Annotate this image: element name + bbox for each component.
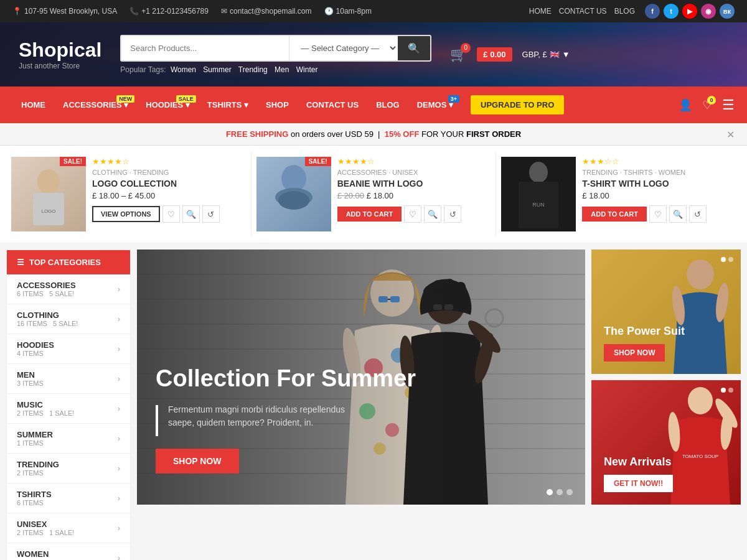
right-banner-2-dots [721, 388, 733, 393]
email: ✉ contact@shopemail.com [221, 7, 312, 16]
sidebar: ☰ TOP CATEGORIES ACCESSORIES 6 ITEMS 5 S… [6, 250, 131, 560]
tag-summer[interactable]: Summer [203, 65, 231, 74]
cat-trending[interactable]: TRENDING 2 ITEMS › [7, 454, 130, 483]
banner-dot-2[interactable] [557, 489, 563, 495]
user-icon[interactable]: 👤 [679, 98, 692, 112]
cat-tshirts[interactable]: TSHIRTS 6 ITEMS › [7, 483, 130, 513]
compare-button-1[interactable]: ↺ [202, 205, 220, 223]
rdot-1[interactable] [721, 257, 726, 262]
product-image-3: RUN [501, 157, 576, 231]
banner-dot-1[interactable] [547, 489, 553, 495]
compare-button-2[interactable]: ↺ [444, 205, 461, 223]
facebook-icon[interactable]: f [645, 4, 660, 19]
product-actions-1: VIEW OPTIONS ♡ 🔍 ↺ [92, 205, 246, 223]
cat-accessories[interactable]: ACCESSORIES 6 ITEMS 5 SALE! › [7, 274, 130, 304]
banner-dot-3[interactable] [566, 489, 573, 495]
cat-arrow-icon: › [118, 494, 120, 503]
rdot-3[interactable] [721, 388, 726, 393]
twitter-icon[interactable]: t [664, 4, 679, 19]
wishlist-button-3[interactable]: ♡ [649, 205, 667, 223]
right-banners: The Power Suit SHOP NOW TOMATO SOUP [591, 250, 741, 560]
new-arrivals-button[interactable]: GET IT NOW!! [604, 475, 673, 492]
categories-box: ☰ TOP CATEGORIES ACCESSORIES 6 ITEMS 5 S… [6, 250, 131, 560]
top-bar-right: HOME CONTACT US BLOG f t ▶ ◉ вк [529, 4, 735, 19]
search-input[interactable] [121, 36, 289, 60]
clock-icon: 🕐 [324, 7, 334, 16]
cat-arrow-icon: › [118, 554, 120, 561]
hamburger-icon[interactable]: ☰ [722, 97, 735, 113]
location-icon: 📍 [12, 7, 22, 16]
nav-home[interactable]: HOME [12, 91, 54, 118]
add-to-cart-button-3[interactable]: ADD TO CART [582, 207, 647, 222]
view-options-button-1[interactable]: VIEW OPTIONS [92, 206, 160, 222]
nav-upgrade[interactable]: UPGRADE TO PRO [462, 86, 573, 123]
cat-clothing[interactable]: CLOTHING 16 ITEMS 5 SALE! › [7, 304, 130, 334]
right-banner-new-arrivals: TOMATO SOUP New Arrivals GET IT NOW!! [591, 380, 741, 505]
nav-blog[interactable]: BLOG [367, 91, 408, 118]
quickview-button-1[interactable]: 🔍 [182, 205, 200, 223]
quickview-button-3[interactable]: 🔍 [669, 205, 687, 223]
cat-unisex[interactable]: UNISEX 2 ITEMS 1 SALE! › [7, 513, 130, 543]
product-card-1: SALE! LOGO ★★★★☆ CLOTHING · TRENDING LOG… [6, 152, 251, 236]
tag-trending[interactable]: Trending [238, 65, 268, 74]
sale-badge-2: SALE! [305, 157, 331, 166]
product-name-1: LOGO COLLECTION [92, 179, 246, 189]
hoodies-badge: SALE [176, 95, 196, 103]
list-icon: ☰ [17, 258, 24, 267]
youtube-icon[interactable]: ▶ [682, 4, 697, 19]
chevron-down-icon: ▼ [562, 50, 570, 59]
svg-text:RUN: RUN [533, 202, 545, 208]
banner-shop-now-button[interactable]: SHOP NOW [156, 449, 239, 474]
popular-tags: Popular Tags: Women Summer Trending Men … [120, 65, 431, 74]
product-cats-1: CLOTHING · TRENDING [92, 169, 246, 176]
top-nav: HOME CONTACT US BLOG [529, 7, 635, 16]
tag-men[interactable]: Men [275, 65, 289, 74]
product-image-1: SALE! LOGO [11, 157, 86, 231]
nav-accessories[interactable]: ACCESSORIES ▾ NEW [54, 91, 137, 118]
nav-demos[interactable]: DEMOS ▾ 3+ [408, 91, 462, 118]
top-nav-home[interactable]: HOME [529, 7, 552, 16]
tag-winter[interactable]: Winter [296, 65, 318, 74]
right-banner-1-title: The Power Suit [604, 325, 685, 338]
product-card-3: RUN ★★★☆☆ TRENDING · TSHIRTS · WOMEN T-S… [496, 152, 741, 236]
banner-dots [547, 489, 573, 495]
stars-3: ★★★☆☆ [582, 157, 736, 166]
instagram-icon[interactable]: ◉ [701, 4, 716, 19]
nav-shop[interactable]: SHOP [257, 91, 298, 118]
search-area: — Select Category — Accessories Clothing… [120, 35, 431, 74]
cart-area[interactable]: 🛒 0 [450, 47, 467, 63]
wishlist-button-1[interactable]: ♡ [162, 205, 180, 223]
search-bar: — Select Category — Accessories Clothing… [120, 35, 431, 62]
cat-men[interactable]: MEN 3 ITEMS › [7, 364, 130, 394]
right-banner-2-text: New Arrivals GET IT NOW!! [604, 455, 673, 492]
cat-arrow-icon: › [118, 285, 120, 294]
currency-selector[interactable]: GBP, £ 🇬🇧 ▼ [522, 50, 570, 59]
tag-women[interactable]: Women [171, 65, 196, 74]
nav-hoodies[interactable]: HOODIES ▾ SALE [137, 91, 199, 118]
vk-icon[interactable]: вк [720, 4, 735, 19]
quickview-button-2[interactable]: 🔍 [424, 205, 441, 223]
nav-contact[interactable]: CONTACT US [298, 91, 367, 118]
rdot-2[interactable] [728, 257, 733, 262]
cat-hoodies[interactable]: HOODIES 4 ITEMS › [7, 334, 130, 364]
add-to-cart-button-2[interactable]: ADD TO CART [337, 207, 402, 222]
search-button[interactable]: 🔍 [398, 36, 430, 60]
top-nav-blog[interactable]: BLOG [614, 7, 635, 16]
cat-music[interactable]: MUSIC 2 ITEMS 1 SALE! › [7, 394, 130, 424]
wishlist-button-2[interactable]: ♡ [404, 205, 421, 223]
top-nav-contact[interactable]: CONTACT US [559, 7, 607, 16]
category-select[interactable]: — Select Category — Accessories Clothing… [289, 36, 398, 60]
phone: 📞 +1 212-0123456789 [129, 7, 209, 16]
cart-price[interactable]: £ 0.00 [477, 47, 512, 62]
product-price-2: £ 20.00 £ 18.00 [337, 191, 491, 200]
power-suit-shop-button[interactable]: SHOP NOW [604, 344, 665, 362]
nav-tshirts[interactable]: TSHIRTS ▾ [199, 91, 257, 118]
close-announcement-button[interactable]: ✕ [726, 128, 735, 140]
wishlist-icon[interactable]: ♡ 0 [702, 98, 712, 112]
product-cats-3: TRENDING · TSHIRTS · WOMEN [582, 169, 736, 176]
cat-summer[interactable]: SUMMER 1 ITEMS › [7, 424, 130, 454]
compare-button-3[interactable]: ↺ [689, 205, 707, 223]
cat-arrow-icon: › [118, 524, 120, 533]
cat-women[interactable]: WOMEN 2 ITEMS › [7, 543, 130, 560]
rdot-4[interactable] [728, 388, 733, 393]
